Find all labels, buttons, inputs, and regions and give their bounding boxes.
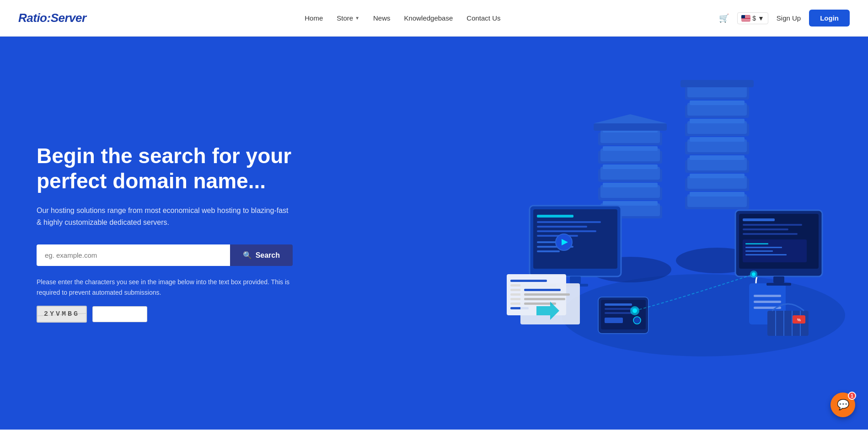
currency-selector[interactable]: $ ▼ (737, 12, 768, 24)
svg-rect-65 (524, 293, 570, 296)
svg-rect-28 (690, 155, 745, 160)
flag-us-icon (741, 15, 750, 21)
hero-section: Begin the search for your perfect domain… (0, 37, 868, 430)
sign-up-link[interactable]: Sign Up (777, 14, 801, 22)
store-dropdown-arrow: ▼ (355, 16, 359, 21)
login-button[interactable]: Login (809, 10, 850, 27)
svg-rect-31 (690, 137, 745, 142)
nav-store[interactable]: Store ▼ (337, 14, 359, 22)
svg-rect-73 (605, 318, 623, 323)
search-button-label: Search (256, 251, 280, 260)
hero-content: Begin the search for your perfect domain… (37, 143, 293, 323)
chat-badge: 1 (848, 392, 856, 400)
svg-rect-90 (743, 228, 788, 230)
svg-rect-40 (680, 80, 754, 87)
nav-contact-us[interactable]: Contact Us (466, 14, 500, 22)
svg-rect-96 (745, 254, 787, 255)
chat-icon: 💬 (837, 399, 849, 411)
nav-store-label[interactable]: Store (337, 14, 353, 22)
svg-rect-42 (533, 209, 617, 269)
svg-rect-46 (537, 230, 596, 232)
currency-label: $ (752, 15, 756, 22)
navbar: Ratio:Server Home Store ▼ News Knowledge… (0, 0, 868, 37)
captcha-image: 2YVMBG (37, 306, 87, 323)
svg-rect-25 (690, 174, 745, 178)
hero-subtitle: Our hosting solutions range from most ec… (37, 205, 293, 228)
svg-rect-76 (754, 295, 781, 297)
svg-rect-77 (754, 301, 781, 303)
svg-rect-50 (537, 250, 560, 252)
brand-logo[interactable]: Ratio:Server (18, 11, 86, 25)
currency-dropdown-arrow: ▼ (758, 15, 764, 22)
svg-rect-37 (690, 101, 745, 105)
svg-rect-22 (690, 192, 745, 196)
nav-home[interactable]: Home (305, 14, 323, 22)
svg-rect-91 (743, 233, 798, 235)
svg-rect-44 (537, 221, 601, 223)
svg-rect-98 (766, 283, 791, 286)
svg-rect-95 (745, 250, 773, 252)
svg-rect-88 (743, 218, 775, 221)
svg-marker-18 (594, 114, 667, 123)
nav-knowledgebase[interactable]: Knowledgebase (404, 14, 453, 22)
hero-illustration: % (493, 78, 868, 388)
svg-rect-56 (510, 280, 547, 282)
navbar-right: 🛒 $ ▼ Sign Up Login (719, 10, 850, 27)
svg-rect-17 (594, 123, 667, 131)
nav-links: Home Store ▼ News Knowledgebase Contact … (305, 14, 500, 22)
hero-title: Begin the search for your perfect domain… (37, 143, 293, 194)
svg-rect-70 (605, 303, 632, 306)
svg-point-74 (633, 317, 641, 324)
svg-rect-64 (524, 289, 561, 291)
domain-search-input[interactable] (37, 244, 230, 266)
nav-news[interactable]: News (373, 14, 391, 22)
captcha-row: 2YVMBG (37, 306, 293, 323)
cart-icon[interactable]: 🛒 (719, 13, 729, 23)
captcha-input[interactable] (92, 306, 147, 322)
svg-rect-97 (773, 276, 784, 283)
search-icon: 🔍 (243, 251, 252, 260)
svg-rect-93 (745, 243, 768, 244)
chat-bubble[interactable]: 💬 1 (830, 393, 855, 417)
svg-rect-13 (603, 146, 658, 151)
svg-rect-51 (570, 276, 581, 284)
search-button[interactable]: 🔍 Search (230, 244, 293, 266)
svg-rect-43 (537, 215, 573, 218)
captcha-notice: Please enter the characters you see in t… (37, 277, 293, 297)
svg-rect-7 (603, 183, 658, 187)
svg-rect-66 (524, 298, 565, 300)
svg-text:%: % (797, 318, 801, 322)
domain-search-bar: 🔍 Search (37, 244, 293, 266)
svg-rect-45 (537, 226, 587, 228)
svg-rect-72 (605, 312, 632, 314)
svg-rect-34 (690, 119, 745, 123)
svg-rect-94 (745, 247, 782, 248)
svg-rect-89 (743, 224, 802, 226)
svg-rect-10 (603, 165, 658, 169)
